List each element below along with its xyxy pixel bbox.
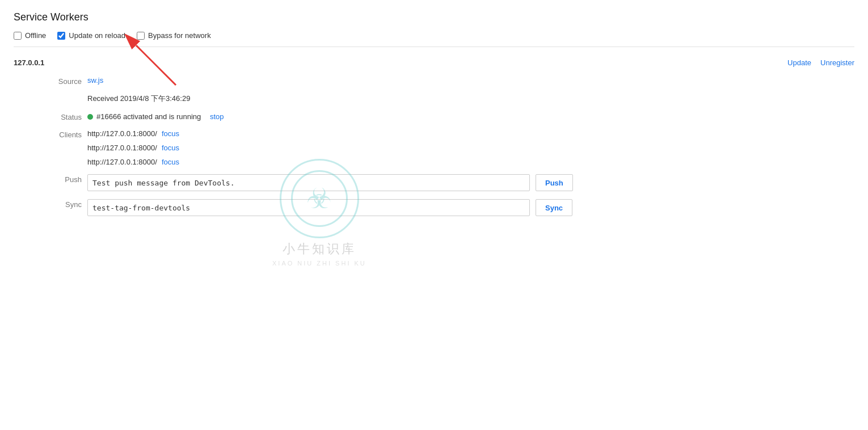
- update-link[interactable]: Update: [787, 58, 811, 67]
- toolbar: Offline Update on reload Bypass for netw…: [14, 31, 854, 47]
- sync-button[interactable]: Sync: [536, 199, 572, 216]
- offline-label: Offline: [25, 31, 46, 40]
- worker-section: 127.0.0.1 Update Unregister Source sw.js…: [14, 58, 854, 216]
- status-label: Status: [36, 112, 82, 121]
- bypass-for-network-checkbox-item[interactable]: Bypass for network: [137, 31, 211, 40]
- received-label: [36, 94, 82, 104]
- worker-host-row: 127.0.0.1 Update Unregister: [14, 58, 854, 67]
- unregister-link[interactable]: Unregister: [820, 58, 854, 67]
- worker-host: 127.0.0.1: [14, 58, 44, 67]
- offline-checkbox[interactable]: [14, 32, 22, 40]
- page-title: Service Workers: [14, 11, 854, 23]
- watermark-text-cn: 小牛知识库: [283, 241, 356, 258]
- push-row: Push: [87, 174, 854, 191]
- push-label: Push: [36, 174, 82, 191]
- focus-link-2[interactable]: focus: [162, 144, 179, 152]
- bypass-for-network-label: Bypass for network: [148, 31, 211, 40]
- update-on-reload-checkbox-item[interactable]: Update on reload: [57, 31, 125, 40]
- list-item: http://127.0.0.1:8000/ focus: [87, 129, 854, 138]
- focus-link-3[interactable]: focus: [162, 158, 179, 166]
- clients-value: http://127.0.0.1:8000/ focus http://127.…: [87, 129, 854, 166]
- client-url-1: http://127.0.0.1:8000/: [87, 129, 157, 138]
- update-on-reload-checkbox[interactable]: [57, 32, 65, 40]
- clients-label: Clients: [36, 129, 82, 166]
- watermark-text-en: XIAO NIU ZHI SHI KU: [272, 260, 366, 267]
- bypass-for-network-checkbox[interactable]: [137, 32, 145, 40]
- info-grid: Source sw.js Received 2019/4/8 下午3:46:29…: [36, 76, 854, 216]
- list-item: http://127.0.0.1:8000/ focus: [87, 144, 854, 152]
- client-url-3: http://127.0.0.1:8000/: [87, 158, 157, 166]
- push-button[interactable]: Push: [536, 174, 573, 191]
- focus-link-1[interactable]: focus: [162, 129, 179, 138]
- update-on-reload-label: Update on reload: [69, 31, 125, 40]
- stop-link[interactable]: stop: [210, 112, 224, 121]
- offline-checkbox-item[interactable]: Offline: [14, 31, 46, 40]
- status-text: #16666 activated and is running: [96, 112, 201, 121]
- list-item: http://127.0.0.1:8000/ focus: [87, 158, 854, 166]
- sync-label: Sync: [36, 199, 82, 216]
- client-url-2: http://127.0.0.1:8000/: [87, 144, 157, 152]
- source-label: Source: [36, 76, 82, 86]
- received-value: Received 2019/4/8 下午3:46:29: [87, 94, 854, 104]
- source-link[interactable]: sw.js: [87, 76, 103, 85]
- sync-row: Sync: [87, 199, 854, 216]
- sync-input[interactable]: [87, 199, 530, 216]
- worker-actions: Update Unregister: [787, 58, 854, 67]
- source-value: sw.js: [87, 76, 854, 86]
- push-input[interactable]: [87, 174, 530, 191]
- status-value: #16666 activated and is running stop: [87, 112, 854, 121]
- client-list: http://127.0.0.1:8000/ focus http://127.…: [87, 129, 854, 166]
- status-dot: [87, 114, 93, 120]
